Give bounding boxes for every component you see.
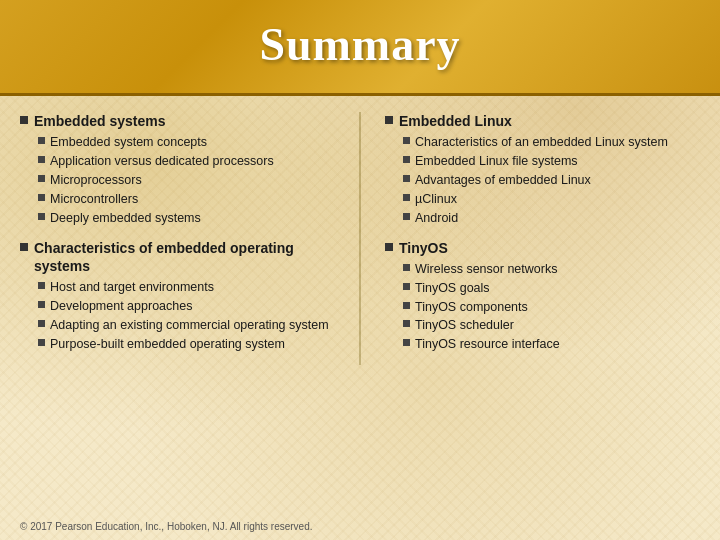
level2-bullet-icon bbox=[403, 320, 410, 327]
list-item: Microprocessors bbox=[38, 172, 335, 189]
level2-label: Application versus dedicated processors bbox=[50, 153, 274, 170]
list-item: Host and target environments bbox=[38, 279, 335, 296]
level1-item: Characteristics of embedded operating sy… bbox=[20, 239, 335, 275]
level2-label: Android bbox=[415, 210, 458, 227]
level1-label: Characteristics of embedded operating sy… bbox=[34, 239, 335, 275]
level2-label: µClinux bbox=[415, 191, 457, 208]
level2-bullet-icon bbox=[38, 156, 45, 163]
level1-item: Embedded systems bbox=[20, 112, 335, 130]
level2-bullet-icon bbox=[403, 283, 410, 290]
level2-bullet-icon bbox=[403, 175, 410, 182]
level2-bullet-icon bbox=[403, 302, 410, 309]
level2-bullet-icon bbox=[38, 301, 45, 308]
level2-label: TinyOS resource interface bbox=[415, 336, 560, 353]
list-item: TinyOS components bbox=[403, 299, 700, 316]
level2-bullet-icon bbox=[38, 339, 45, 346]
level2-bullet-icon bbox=[403, 156, 410, 163]
level2-list: Wireless sensor networks TinyOS goals Ti… bbox=[403, 261, 700, 353]
level2-bullet-icon bbox=[403, 194, 410, 201]
level1-bullet-icon bbox=[385, 243, 393, 251]
list-item: Characteristics of an embedded Linux sys… bbox=[403, 134, 700, 151]
level2-label: TinyOS scheduler bbox=[415, 317, 514, 334]
list-item: Development approaches bbox=[38, 298, 335, 315]
level1-label: TinyOS bbox=[399, 239, 448, 257]
right-column: Embedded Linux Characteristics of an emb… bbox=[385, 112, 700, 365]
level2-list: Host and target environments Development… bbox=[38, 279, 335, 353]
list-item: Deeply embedded systems bbox=[38, 210, 335, 227]
level2-label: TinyOS components bbox=[415, 299, 528, 316]
level1-label: Embedded Linux bbox=[399, 112, 512, 130]
level2-label: Embedded system concepts bbox=[50, 134, 207, 151]
level2-bullet-icon bbox=[38, 137, 45, 144]
list-item: TinyOS resource interface bbox=[403, 336, 700, 353]
level2-list: Characteristics of an embedded Linux sys… bbox=[403, 134, 700, 226]
list-item: Android bbox=[403, 210, 700, 227]
list-item: Application versus dedicated processors bbox=[38, 153, 335, 170]
level2-label: Purpose-built embedded operating system bbox=[50, 336, 285, 353]
level2-label: Deeply embedded systems bbox=[50, 210, 201, 227]
level1-item: TinyOS bbox=[385, 239, 700, 257]
level2-label: Advantages of embedded Linux bbox=[415, 172, 591, 189]
left-column: Embedded systems Embedded system concept… bbox=[20, 112, 335, 365]
list-item: Advantages of embedded Linux bbox=[403, 172, 700, 189]
level2-label: Microprocessors bbox=[50, 172, 142, 189]
level2-bullet-icon bbox=[38, 194, 45, 201]
level1-bullet-icon bbox=[20, 243, 28, 251]
list-item: Wireless sensor networks bbox=[403, 261, 700, 278]
level2-label: Wireless sensor networks bbox=[415, 261, 557, 278]
section-characteristics: Characteristics of embedded operating sy… bbox=[20, 239, 335, 353]
slide-title: Summary bbox=[40, 18, 680, 71]
section-embedded-linux: Embedded Linux Characteristics of an emb… bbox=[385, 112, 700, 227]
list-item: Embedded system concepts bbox=[38, 134, 335, 151]
level2-bullet-icon bbox=[403, 137, 410, 144]
level2-label: Host and target environments bbox=[50, 279, 214, 296]
level2-label: TinyOS goals bbox=[415, 280, 490, 297]
footer-label: © 2017 Pearson Education, Inc., Hoboken,… bbox=[20, 521, 313, 532]
level1-label: Embedded systems bbox=[34, 112, 166, 130]
list-item: µClinux bbox=[403, 191, 700, 208]
list-item: Adapting an existing commercial operatin… bbox=[38, 317, 335, 334]
level2-bullet-icon bbox=[38, 282, 45, 289]
list-item: TinyOS scheduler bbox=[403, 317, 700, 334]
column-divider bbox=[359, 112, 361, 365]
section-embedded-systems: Embedded systems Embedded system concept… bbox=[20, 112, 335, 227]
list-item: Microcontrollers bbox=[38, 191, 335, 208]
level2-list: Embedded system concepts Application ver… bbox=[38, 134, 335, 226]
level2-label: Characteristics of an embedded Linux sys… bbox=[415, 134, 668, 151]
footer-text: © 2017 Pearson Education, Inc., Hoboken,… bbox=[20, 521, 313, 532]
level1-bullet-icon bbox=[385, 116, 393, 124]
level2-bullet-icon bbox=[403, 213, 410, 220]
list-item: Embedded Linux file systems bbox=[403, 153, 700, 170]
level1-item: Embedded Linux bbox=[385, 112, 700, 130]
content-area: Embedded systems Embedded system concept… bbox=[0, 96, 720, 373]
list-item: Purpose-built embedded operating system bbox=[38, 336, 335, 353]
level2-bullet-icon bbox=[38, 175, 45, 182]
level2-bullet-icon bbox=[38, 213, 45, 220]
level2-bullet-icon bbox=[403, 264, 410, 271]
level2-label: Adapting an existing commercial operatin… bbox=[50, 317, 329, 334]
section-tinyos: TinyOS Wireless sensor networks TinyOS g… bbox=[385, 239, 700, 354]
level2-label: Microcontrollers bbox=[50, 191, 138, 208]
level2-bullet-icon bbox=[403, 339, 410, 346]
level2-label: Embedded Linux file systems bbox=[415, 153, 578, 170]
slide: Summary Embedded systems Embedded system… bbox=[0, 0, 720, 540]
list-item: TinyOS goals bbox=[403, 280, 700, 297]
level1-bullet-icon bbox=[20, 116, 28, 124]
title-bar: Summary bbox=[0, 0, 720, 96]
level2-bullet-icon bbox=[38, 320, 45, 327]
level2-label: Development approaches bbox=[50, 298, 192, 315]
